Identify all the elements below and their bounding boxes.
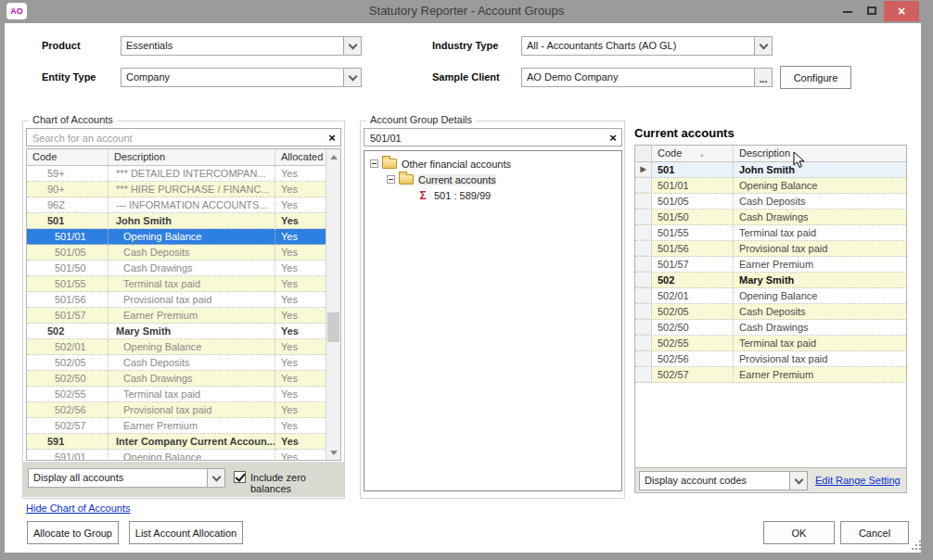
coa-table-row[interactable]: 502/05Cash DepositsYes [27, 355, 326, 371]
current-accounts-row[interactable]: 501/57Earner Premium [635, 257, 906, 273]
current-accounts-row[interactable]: 502/50Cash Drawings [635, 320, 906, 336]
column-header-code[interactable]: Code▲ [652, 146, 734, 161]
tree-node[interactable]: Current accounts [364, 172, 621, 187]
coa-table-row[interactable]: 502/01Opening BalanceYes [27, 339, 326, 355]
list-account-allocation-button[interactable]: List Account Allocation [129, 521, 243, 544]
ok-button[interactable]: OK [763, 521, 835, 544]
entity-type-select[interactable]: Company [121, 68, 362, 87]
column-header-description[interactable]: Description [109, 149, 275, 165]
include-zero-checkbox[interactable] [234, 471, 246, 483]
current-accounts-row[interactable]: 502/01Opening Balance [635, 288, 906, 304]
coa-table-row[interactable]: 591Inter Company Current Accoun...Yes [27, 434, 326, 450]
scroll-up-icon[interactable] [326, 149, 340, 164]
row-selector[interactable] [635, 194, 652, 209]
tree-node[interactable]: Σ501 : 589/99 [364, 187, 621, 203]
close-button[interactable]: × [884, 1, 919, 21]
ca-cell-description: Opening Balance [734, 288, 906, 303]
row-selector[interactable] [635, 288, 652, 303]
row-selector[interactable] [635, 367, 652, 382]
ca-cell-description: Provisional tax paid [734, 241, 906, 256]
display-codes-select[interactable]: Display account codes [639, 471, 808, 490]
coa-table-row[interactable]: 59+*** DETAILED INTERCOMPAN...Yes [27, 166, 326, 182]
coa-table-row[interactable]: 501/50Cash DrawingsYes [27, 261, 326, 276]
coa-table-row[interactable]: 502/56Provisional tax paidYes [27, 402, 326, 418]
row-selector[interactable] [635, 320, 652, 335]
current-accounts-row[interactable]: 501/05Cash Deposits [635, 194, 906, 210]
current-accounts-row[interactable]: 501/50Cash Drawings [635, 210, 906, 225]
scrollbar-thumb[interactable] [327, 312, 339, 342]
column-header-description[interactable]: Description [734, 146, 906, 161]
coa-cell-allocated: Yes [275, 434, 326, 449]
chevron-down-icon[interactable] [754, 37, 772, 55]
allocate-to-group-button[interactable]: Allocate to Group [27, 521, 119, 544]
coa-cell-code: 501/50 [27, 261, 109, 275]
tree-expander-icon[interactable] [387, 175, 395, 184]
chevron-down-icon[interactable] [343, 69, 361, 86]
coa-table-row[interactable]: 502/55Terminal tax paidYes [27, 387, 326, 402]
coa-table-row[interactable]: 502/57Earner PremiumYes [27, 418, 326, 434]
table-body: 59+*** DETAILED INTERCOMPAN...Yes90+*** … [27, 166, 340, 461]
browse-button[interactable]: ... [754, 69, 772, 86]
vertical-scrollbar[interactable] [326, 149, 340, 460]
configure-button[interactable]: Configure [780, 66, 851, 89]
row-selector[interactable] [635, 273, 652, 287]
coa-cell-allocated: Yes [275, 166, 326, 181]
account-search-input[interactable] [31, 130, 323, 146]
row-selector[interactable] [635, 336, 652, 350]
row-selector[interactable] [635, 351, 652, 366]
clear-search-icon[interactable]: × [325, 130, 339, 145]
ca-cell-description: Terminal tax paid [734, 336, 906, 350]
tree-node[interactable]: Other financial accounts [364, 156, 621, 172]
tree-expander-icon[interactable] [370, 159, 378, 168]
minimize-button[interactable] [839, 4, 856, 19]
column-header-code[interactable]: Code [27, 149, 109, 165]
current-accounts-row[interactable]: 502/55Terminal tax paid [635, 336, 906, 351]
current-accounts-row[interactable]: 501/55Terminal tax paid [635, 225, 906, 241]
coa-table-row[interactable]: 502/50Cash DrawingsYes [27, 371, 326, 387]
sample-client-label: Sample Client [432, 71, 500, 83]
coa-table-row[interactable]: 501John SmithYes [27, 213, 326, 229]
ca-cell-description: Cash Drawings [734, 210, 906, 224]
folder-icon [382, 159, 397, 169]
row-selector[interactable] [635, 257, 652, 272]
chevron-down-icon[interactable] [789, 472, 807, 490]
coa-table-row[interactable]: 501/57Earner PremiumYes [27, 308, 326, 324]
coa-table-row[interactable]: 90+*** HIRE PURCHASE / FINANC...Yes [27, 182, 326, 197]
row-selector[interactable] [635, 178, 652, 193]
group-filter-input[interactable] [368, 130, 604, 146]
resize-grip[interactable] [912, 541, 922, 551]
current-accounts-row[interactable]: 501/01Opening Balance [635, 178, 906, 194]
coa-table-row[interactable]: 501/01Opening BalanceYes [27, 229, 326, 245]
edit-range-setting-link[interactable]: Edit Range Setting [815, 475, 901, 486]
current-accounts-row[interactable]: 502Mary Smith [635, 273, 906, 288]
current-accounts-row[interactable]: 502/05Cash Deposits [635, 304, 906, 320]
row-selector[interactable] [635, 304, 652, 319]
coa-table-row[interactable]: 501/05Cash DepositsYes [27, 245, 326, 261]
maximize-button[interactable] [864, 4, 881, 19]
coa-table-row[interactable]: 591/01Opening BalanceYes [27, 450, 326, 461]
coa-table-row[interactable]: 501/55Terminal tax paidYes [27, 276, 326, 292]
coa-table-row[interactable]: 96Z--- INFORMATION ACCOUNTS...Yes [27, 197, 326, 213]
current-accounts-row[interactable]: 502/56Provisional tax paid [635, 351, 906, 367]
row-selector[interactable] [635, 241, 652, 256]
coa-table-row[interactable]: 501/56Provisional tax paidYes [27, 292, 326, 308]
current-accounts-row[interactable]: 501/56Provisional tax paid [635, 241, 906, 257]
current-accounts-row[interactable]: 502/57Earner Premium [635, 367, 906, 383]
row-selector[interactable] [635, 225, 652, 240]
coa-cell-code: 501 [27, 213, 109, 228]
row-selector[interactable] [635, 210, 652, 224]
hide-chart-link[interactable]: Hide Chart of Accounts [26, 503, 131, 514]
coa-table-row[interactable]: 502Mary SmithYes [27, 324, 326, 339]
chevron-down-icon[interactable] [207, 469, 224, 487]
scroll-down-icon[interactable] [326, 445, 340, 460]
current-accounts-row[interactable]: ▶501John Smith [635, 162, 906, 178]
sample-client-field[interactable]: AO Demo Company ... [521, 68, 773, 87]
clear-filter-icon[interactable]: × [606, 130, 620, 145]
column-header-allocated[interactable]: Allocated [275, 149, 326, 165]
industry-type-select[interactable]: All - Accountants Charts (AO GL) [521, 36, 773, 56]
display-accounts-select[interactable]: Display all accounts [28, 468, 225, 488]
chevron-down-icon[interactable] [343, 37, 361, 55]
product-select[interactable]: Essentials [121, 36, 362, 56]
cancel-button[interactable]: Cancel [840, 521, 909, 544]
row-selector[interactable]: ▶ [635, 162, 652, 177]
